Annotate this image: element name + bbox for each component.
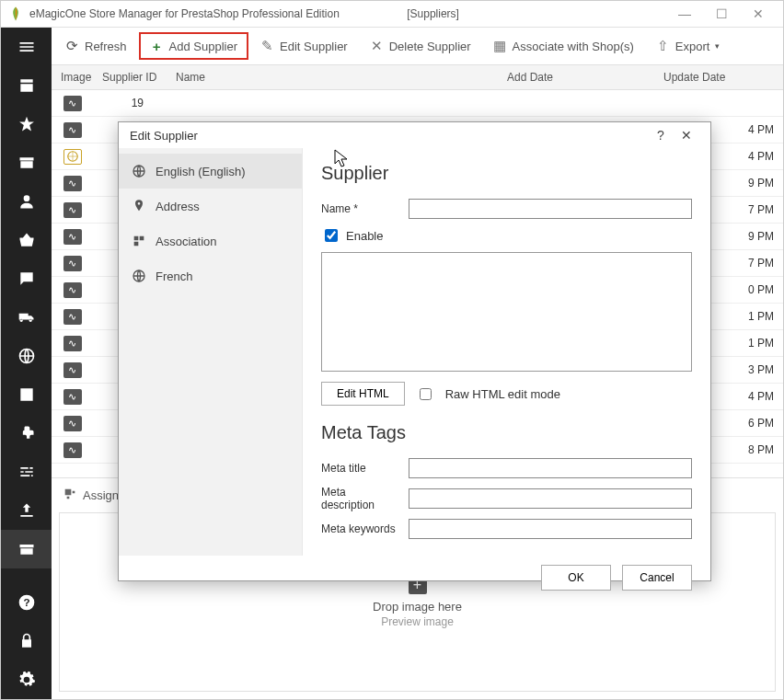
table-header: Image Supplier ID Name Add Date Update D… [52, 64, 783, 90]
chevron-down-icon: ▾ [715, 41, 720, 51]
refresh-icon: ⟳ [65, 40, 79, 53]
sidebar-globe[interactable] [1, 337, 52, 375]
section-supplier-heading: Supplier [321, 163, 692, 184]
sidebar-star[interactable] [1, 105, 52, 143]
cell-supplier-id: 19 [93, 97, 167, 109]
export-icon: ⇧ [656, 40, 670, 53]
nav-english[interactable]: English (English) [119, 154, 302, 189]
sidebar-lock[interactable] [1, 622, 52, 660]
meta-keywords-label: Meta keywords [321, 522, 399, 535]
dialog-help-button[interactable]: ? [648, 122, 674, 148]
thumbnail-icon: ∿ [63, 282, 82, 298]
sidebar-user[interactable] [1, 182, 52, 221]
col-update-date[interactable]: Update Date [654, 71, 783, 84]
nav-association[interactable]: Association [119, 224, 302, 258]
toolbar: ⟳ Refresh + Add Supplier ✎ Edit Supplier… [0, 28, 784, 64]
dialog-title: Edit Supplier [130, 129, 198, 143]
col-name[interactable]: Name [167, 71, 498, 84]
sidebar-truck[interactable] [1, 298, 52, 337]
window-title: eMagicOne Store Manager for PrestaShop P… [29, 7, 666, 20]
sidebar-settings[interactable] [1, 660, 52, 699]
edit-html-button[interactable]: Edit HTML [321, 382, 405, 406]
edit-supplier-dialog: Edit Supplier ? ✕ English (English) Addr… [118, 121, 711, 581]
thumbnail-icon: ∿ [63, 122, 82, 138]
sidebar-chart[interactable] [1, 375, 52, 414]
col-image[interactable]: Image [52, 71, 93, 84]
assign-icon [63, 487, 77, 504]
sidebar-chat[interactable] [1, 259, 52, 298]
thumbnail-icon: ∿ [63, 176, 82, 191]
thumbnail-icon: ∿ [63, 229, 82, 245]
thumbnail-icon: ∿ [63, 309, 82, 325]
svg-text:?: ? [23, 596, 29, 608]
app-logo-icon [7, 6, 24, 22]
thumbnail-icon: ∿ [63, 442, 82, 458]
meta-desc-input[interactable] [409, 488, 692, 509]
assign-label[interactable]: Assign [83, 488, 119, 502]
thumbnail-icon: ∿ [63, 256, 82, 271]
drop-subtext: Preview image [381, 615, 454, 628]
minimize-button[interactable]: — [666, 1, 703, 27]
section-meta-heading: Meta Tags [321, 422, 692, 443]
sidebar-puzzle[interactable] [1, 414, 52, 453]
maximize-button[interactable]: ☐ [703, 1, 740, 27]
dialog-titlebar: Edit Supplier ? ✕ [119, 122, 710, 148]
associate-shops-button[interactable]: ▦ Associate with Shop(s) [483, 32, 644, 60]
nav-french[interactable]: French [119, 258, 302, 293]
thumbnail-icon: ∿ [63, 96, 82, 111]
meta-keywords-input[interactable] [409, 519, 692, 539]
x-icon: ✕ [370, 40, 384, 53]
sidebar-store[interactable] [1, 66, 52, 105]
sidebar: ? [1, 28, 52, 699]
sidebar-menu[interactable] [1, 28, 52, 66]
pin-icon [132, 199, 146, 213]
export-button[interactable]: ⇧ Export ▾ [646, 32, 731, 60]
name-input[interactable] [409, 199, 692, 219]
sidebar-basket[interactable] [1, 221, 52, 259]
thumbnail-icon: ∿ [63, 389, 82, 405]
close-button[interactable]: ✕ [740, 1, 777, 27]
sidebar-archive[interactable] [1, 143, 52, 182]
raw-html-checkbox[interactable] [420, 388, 432, 400]
sidebar-upload[interactable] [1, 491, 52, 530]
dialog-footer: OK Cancel [119, 556, 710, 605]
dialog-close-button[interactable]: ✕ [674, 122, 699, 148]
titlebar: eMagicOne Store Manager for PrestaShop P… [0, 0, 784, 28]
meta-desc-label: Meta description [321, 486, 399, 511]
association-icon [132, 234, 146, 248]
ok-button[interactable]: OK [541, 565, 611, 591]
sidebar-help[interactable]: ? [1, 583, 52, 622]
dialog-nav: English (English) Address Association Fr… [119, 148, 303, 556]
cancel-button[interactable]: Cancel [622, 565, 692, 591]
delete-supplier-button[interactable]: ✕ Delete Supplier [360, 32, 481, 60]
thumbnail-icon [63, 149, 82, 165]
name-label: Name * [321, 202, 399, 215]
add-supplier-button[interactable]: + Add Supplier [139, 32, 248, 60]
edit-supplier-button[interactable]: ✎ Edit Supplier [250, 32, 358, 60]
meta-title-label: Meta title [321, 462, 399, 475]
dialog-content: Supplier Name * Enable Edit HTML Raw HTM… [303, 148, 710, 556]
table-row[interactable]: ∿19 [52, 90, 783, 117]
pencil-icon: ✎ [260, 40, 274, 53]
sidebar-box[interactable] [1, 530, 52, 568]
thumbnail-icon: ∿ [63, 362, 82, 378]
thumbnail-icon: ∿ [63, 416, 82, 431]
meta-title-input[interactable] [409, 458, 692, 478]
col-supplier-id[interactable]: Supplier ID [93, 71, 167, 84]
plus-icon: + [150, 40, 164, 53]
col-add-date[interactable]: Add Date [498, 71, 654, 84]
nav-address[interactable]: Address [119, 189, 302, 224]
shop-icon: ▦ [493, 40, 507, 53]
sidebar-sliders[interactable] [1, 453, 52, 491]
refresh-button[interactable]: ⟳ Refresh [55, 32, 137, 60]
enable-label: Enable [346, 229, 383, 243]
description-textarea[interactable] [321, 252, 692, 372]
thumbnail-icon: ∿ [63, 202, 82, 218]
thumbnail-icon: ∿ [63, 336, 82, 351]
globe-icon [132, 164, 146, 178]
globe-icon [132, 269, 146, 283]
enable-checkbox[interactable] [325, 229, 338, 242]
raw-html-label: Raw HTML edit mode [445, 387, 560, 401]
